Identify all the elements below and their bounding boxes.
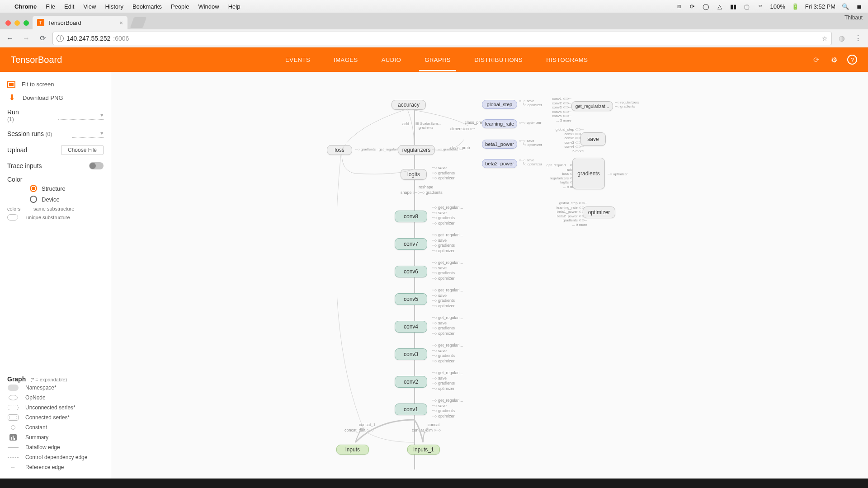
help-icon[interactable]: ? [847,55,857,65]
tensorboard-header: TensorBoard EVENTS IMAGES AUDIO GRAPHS D… [0,47,868,72]
dropbox-icon[interactable]: ⧈ [675,3,683,10]
menu-file[interactable]: File [46,3,55,10]
battery-box-icon[interactable]: ▮▮ [730,3,737,10]
menubar-app[interactable]: Chrome [14,3,37,10]
sync-icon[interactable]: ⟳ [689,3,696,10]
drive-icon[interactable]: △ [716,3,723,10]
battery-percent: 100% [770,3,785,10]
window-close-icon[interactable] [5,20,11,26]
chrome-user-badge[interactable]: Thibaut [844,14,863,21]
graph-legend: Graph(* = expandable) Namespace* OpNode … [7,372,104,472]
tab-histograms[interactable]: HISTOGRAMS [544,48,590,71]
unconnected-icon [8,405,19,410]
session-runs-selector[interactable]: Session runs (0) ▾ [7,126,104,141]
fit-to-screen-button[interactable]: Fit to screen [7,78,104,90]
summary-icon [9,434,17,441]
forward-button[interactable]: → [20,32,33,45]
site-info-icon[interactable]: i [57,35,64,42]
graph-canvas[interactable]: accuracy add ▦ ScalarSum... gradients cl… [111,72,868,479]
menu-edit[interactable]: Edit [64,3,74,10]
menu-history[interactable]: History [105,3,123,10]
trace-inputs-toggle[interactable] [89,162,104,169]
color-structure-radio[interactable]: Structure [7,183,104,194]
menubar-clock[interactable]: Fri 3:52 PM [805,3,835,10]
node-gradients[interactable]: gradients [572,158,605,189]
menu-people[interactable]: People [171,3,189,10]
tab-events[interactable]: EVENTS [283,48,312,71]
macos-menubar: Chrome File Edit View History Bookmarks … [0,0,868,13]
sidebar: Fit to screen ⬇ Download PNG Run(1) ▾ Se… [0,72,111,479]
window-min-icon[interactable] [14,20,20,26]
node-beta2[interactable]: beta2_power [482,159,517,168]
choose-file-button[interactable]: Choose File [61,145,104,155]
node-optimizer[interactable]: optimizer [583,206,615,218]
tensorboard-favicon-icon: T [37,19,44,26]
upload-row: Upload Choose File [7,141,104,159]
profile-icon[interactable]: ◍ [835,32,848,45]
radio-selected-icon [30,185,37,192]
address-bar: ← → ⟳ i 140.247.55.252:6006 ☆ ◍ ⋮ [0,29,868,47]
opnode-icon [9,395,18,400]
loss-curve [337,153,428,451]
fit-screen-icon [7,81,15,88]
battery-icon[interactable]: 🔋 [792,3,799,10]
reload-button[interactable]: ⟳ [36,32,49,45]
node-learning-rate[interactable]: learning_rate [482,119,517,128]
tab-close-icon[interactable]: × [119,19,123,26]
namespace-icon [8,385,19,391]
download-png-button[interactable]: ⬇ Download PNG [7,90,104,105]
circle-icon[interactable]: ◯ [703,3,710,10]
trace-inputs-row: Trace inputs [7,159,104,173]
menu-bookmarks[interactable]: Bookmarks [132,3,162,10]
tab-bar: T TensorBoard × [0,13,868,29]
browser-tab[interactable]: T TensorBoard × [33,16,127,29]
menu-list-icon[interactable]: ≣ [855,3,863,10]
reference-edge-icon: ← [7,464,19,470]
settings-icon[interactable]: ⚙ [829,55,839,65]
refresh-icon[interactable]: ⟳ [811,55,821,65]
tab-audio[interactable]: AUDIO [380,48,403,71]
tab-distributions[interactable]: DISTRIBUTIONS [472,48,524,71]
node-beta1[interactable]: beta1_power [482,140,517,149]
bookmark-star-icon[interactable]: ☆ [822,35,828,42]
display-icon[interactable]: ▢ [743,3,750,10]
chrome-menu-icon[interactable]: ⋮ [852,32,864,45]
tab-title: TensorBoard [48,19,81,26]
session-dropdown[interactable]: ▾ [72,130,104,138]
dataflow-edge-icon [8,447,19,448]
app-body: Fit to screen ⬇ Download PNG Run(1) ▾ Se… [0,72,868,479]
download-icon: ⬇ [7,93,16,102]
run-dropdown[interactable]: ▾ [58,112,104,120]
radio-empty-icon [30,196,37,203]
unique-swatch [7,214,18,221]
new-tab-button[interactable] [130,17,147,28]
run-selector[interactable]: Run(1) ▾ [7,105,104,126]
color-section-label: Color [7,176,22,183]
menu-window[interactable]: Window [198,3,219,10]
wifi-icon[interactable]: ⌔ [757,3,764,10]
tab-graphs[interactable]: GRAPHS [423,48,453,71]
url-host: 140.247.55.252 [66,35,110,42]
color-device-radio[interactable]: Device [7,194,104,205]
node-get-regularizat[interactable]: get_regularizat... [571,101,613,111]
spotlight-icon[interactable]: 🔍 [842,3,849,10]
control-edge-icon [8,457,19,458]
window-max-icon[interactable] [24,20,29,26]
menu-view[interactable]: View [83,3,96,10]
app-title: TensorBoard [11,55,62,65]
node-save[interactable]: save [580,132,606,146]
main-tabs: EVENTS IMAGES AUDIO GRAPHS DISTRIBUTIONS… [283,48,590,71]
back-button[interactable]: ← [4,32,16,45]
menu-help[interactable]: Help [228,3,241,10]
constant-icon [11,425,15,430]
url-port: :6006 [113,35,129,42]
url-input[interactable]: i 140.247.55.252:6006 ☆ [52,32,832,45]
browser-window: Thibaut T TensorBoard × ← → ⟳ i 140.247.… [0,13,868,478]
tab-images[interactable]: IMAGES [332,48,360,71]
node-global-step[interactable]: global_step [482,100,517,109]
